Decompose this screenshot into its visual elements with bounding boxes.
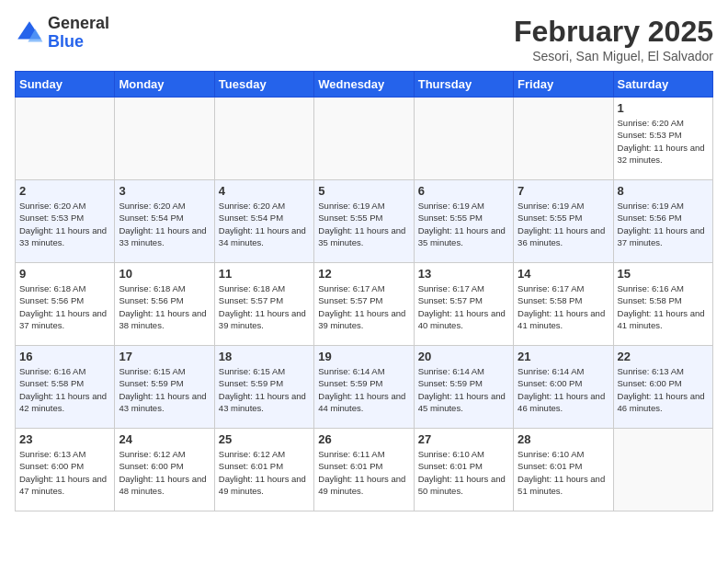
day-number: 14 (518, 267, 609, 281)
calendar-day: 26Sunrise: 6:11 AM Sunset: 6:01 PM Dayli… (314, 429, 414, 511)
day-number: 28 (518, 432, 609, 446)
calendar-day (414, 98, 513, 180)
weekday-header: Wednesday (314, 72, 414, 98)
day-info: Sunrise: 6:16 AM Sunset: 5:58 PM Dayligh… (19, 365, 110, 414)
day-info: Sunrise: 6:11 AM Sunset: 6:01 PM Dayligh… (318, 448, 409, 497)
weekday-header: Saturday (613, 72, 712, 98)
title-block: February 2025 Sesori, San Miguel, El Sal… (514, 15, 713, 63)
calendar-week-row: 1Sunrise: 6:20 AM Sunset: 5:53 PM Daylig… (16, 98, 713, 180)
day-number: 21 (518, 350, 609, 363)
logo: General Blue (15, 15, 109, 52)
calendar-day: 8Sunrise: 6:19 AM Sunset: 5:56 PM Daylig… (613, 180, 712, 263)
calendar-day: 18Sunrise: 6:15 AM Sunset: 5:59 PM Dayli… (214, 346, 313, 429)
calendar-day: 9Sunrise: 6:18 AM Sunset: 5:56 PM Daylig… (16, 263, 115, 346)
day-number: 16 (19, 350, 110, 363)
calendar-day: 10Sunrise: 6:18 AM Sunset: 5:56 PM Dayli… (115, 263, 214, 346)
day-info: Sunrise: 6:16 AM Sunset: 5:58 PM Dayligh… (618, 282, 709, 331)
month-title: February 2025 (514, 15, 713, 49)
day-info: Sunrise: 6:10 AM Sunset: 6:01 PM Dayligh… (418, 448, 509, 497)
day-number: 27 (418, 432, 509, 446)
calendar-day: 21Sunrise: 6:14 AM Sunset: 6:00 PM Dayli… (514, 346, 613, 429)
day-info: Sunrise: 6:20 AM Sunset: 5:53 PM Dayligh… (19, 200, 110, 248)
day-number: 11 (219, 267, 310, 281)
weekday-header: Friday (514, 72, 613, 98)
calendar-week-row: 2Sunrise: 6:20 AM Sunset: 5:53 PM Daylig… (16, 180, 713, 263)
calendar-day (613, 429, 712, 511)
calendar-day: 11Sunrise: 6:18 AM Sunset: 5:57 PM Dayli… (214, 263, 313, 346)
day-number: 23 (19, 432, 110, 446)
day-info: Sunrise: 6:17 AM Sunset: 5:58 PM Dayligh… (518, 282, 609, 331)
day-info: Sunrise: 6:15 AM Sunset: 5:59 PM Dayligh… (119, 365, 210, 414)
day-number: 10 (119, 267, 210, 281)
day-number: 18 (219, 350, 310, 363)
day-info: Sunrise: 6:12 AM Sunset: 6:00 PM Dayligh… (119, 448, 210, 497)
day-info: Sunrise: 6:19 AM Sunset: 5:55 PM Dayligh… (518, 200, 609, 248)
calendar-week-row: 9Sunrise: 6:18 AM Sunset: 5:56 PM Daylig… (16, 263, 713, 346)
calendar-day (314, 98, 414, 180)
day-number: 8 (618, 184, 709, 198)
location: Sesori, San Miguel, El Salvador (514, 49, 713, 63)
day-number: 26 (318, 432, 409, 446)
day-info: Sunrise: 6:13 AM Sunset: 6:00 PM Dayligh… (19, 448, 110, 497)
calendar-day: 3Sunrise: 6:20 AM Sunset: 5:54 PM Daylig… (115, 180, 214, 263)
day-number: 9 (19, 267, 110, 281)
calendar-day: 20Sunrise: 6:14 AM Sunset: 5:59 PM Dayli… (414, 346, 513, 429)
day-number: 1 (618, 101, 709, 115)
day-number: 6 (418, 184, 509, 198)
logo-icon (15, 18, 44, 48)
calendar-day: 17Sunrise: 6:15 AM Sunset: 5:59 PM Dayli… (115, 346, 214, 429)
day-number: 22 (618, 350, 709, 363)
weekday-header-row: SundayMondayTuesdayWednesdayThursdayFrid… (16, 72, 713, 98)
day-info: Sunrise: 6:20 AM Sunset: 5:54 PM Dayligh… (219, 200, 310, 248)
day-number: 5 (318, 184, 409, 198)
calendar-day: 2Sunrise: 6:20 AM Sunset: 5:53 PM Daylig… (16, 180, 115, 263)
day-info: Sunrise: 6:14 AM Sunset: 6:00 PM Dayligh… (518, 365, 609, 414)
calendar-day: 28Sunrise: 6:10 AM Sunset: 6:01 PM Dayli… (514, 429, 613, 511)
calendar-day: 7Sunrise: 6:19 AM Sunset: 5:55 PM Daylig… (514, 180, 613, 263)
calendar-day: 24Sunrise: 6:12 AM Sunset: 6:00 PM Dayli… (115, 429, 214, 511)
calendar-day: 15Sunrise: 6:16 AM Sunset: 5:58 PM Dayli… (613, 263, 712, 346)
day-number: 15 (618, 267, 709, 281)
day-number: 7 (518, 184, 609, 198)
calendar-day: 27Sunrise: 6:10 AM Sunset: 6:01 PM Dayli… (414, 429, 513, 511)
day-info: Sunrise: 6:14 AM Sunset: 5:59 PM Dayligh… (318, 365, 409, 414)
calendar-day: 19Sunrise: 6:14 AM Sunset: 5:59 PM Dayli… (314, 346, 414, 429)
calendar-week-row: 23Sunrise: 6:13 AM Sunset: 6:00 PM Dayli… (16, 429, 713, 511)
day-number: 4 (219, 184, 310, 198)
day-number: 12 (318, 267, 409, 281)
calendar-day: 14Sunrise: 6:17 AM Sunset: 5:58 PM Dayli… (514, 263, 613, 346)
page-header: General Blue February 2025 Sesori, San M… (15, 15, 713, 63)
day-number: 13 (418, 267, 509, 281)
calendar-day: 13Sunrise: 6:17 AM Sunset: 5:57 PM Dayli… (414, 263, 513, 346)
day-info: Sunrise: 6:17 AM Sunset: 5:57 PM Dayligh… (318, 282, 409, 331)
calendar-day: 5Sunrise: 6:19 AM Sunset: 5:55 PM Daylig… (314, 180, 414, 263)
day-number: 17 (119, 350, 210, 363)
day-info: Sunrise: 6:10 AM Sunset: 6:01 PM Dayligh… (518, 448, 609, 497)
day-info: Sunrise: 6:14 AM Sunset: 5:59 PM Dayligh… (418, 365, 509, 414)
day-info: Sunrise: 6:19 AM Sunset: 5:55 PM Dayligh… (418, 200, 509, 248)
day-number: 19 (318, 350, 409, 363)
calendar-day: 23Sunrise: 6:13 AM Sunset: 6:00 PM Dayli… (16, 429, 115, 511)
weekday-header: Monday (115, 72, 214, 98)
logo-text: General Blue (48, 15, 109, 52)
calendar-day: 4Sunrise: 6:20 AM Sunset: 5:54 PM Daylig… (214, 180, 313, 263)
calendar-day (514, 98, 613, 180)
calendar-day: 1Sunrise: 6:20 AM Sunset: 5:53 PM Daylig… (613, 98, 712, 180)
day-info: Sunrise: 6:18 AM Sunset: 5:56 PM Dayligh… (119, 282, 210, 331)
calendar-day (115, 98, 214, 180)
day-number: 2 (19, 184, 110, 198)
day-number: 20 (418, 350, 509, 363)
logo-blue: Blue (48, 33, 109, 52)
day-number: 3 (119, 184, 210, 198)
day-info: Sunrise: 6:19 AM Sunset: 5:55 PM Dayligh… (318, 200, 409, 248)
day-info: Sunrise: 6:20 AM Sunset: 5:53 PM Dayligh… (618, 117, 709, 166)
day-info: Sunrise: 6:17 AM Sunset: 5:57 PM Dayligh… (418, 282, 509, 331)
calendar-day: 6Sunrise: 6:19 AM Sunset: 5:55 PM Daylig… (414, 180, 513, 263)
calendar-day: 25Sunrise: 6:12 AM Sunset: 6:01 PM Dayli… (214, 429, 313, 511)
day-info: Sunrise: 6:12 AM Sunset: 6:01 PM Dayligh… (219, 448, 310, 497)
day-number: 25 (219, 432, 310, 446)
calendar-day: 22Sunrise: 6:13 AM Sunset: 6:00 PM Dayli… (613, 346, 712, 429)
calendar-day (214, 98, 313, 180)
day-info: Sunrise: 6:18 AM Sunset: 5:56 PM Dayligh… (19, 282, 110, 331)
calendar-day: 16Sunrise: 6:16 AM Sunset: 5:58 PM Dayli… (16, 346, 115, 429)
